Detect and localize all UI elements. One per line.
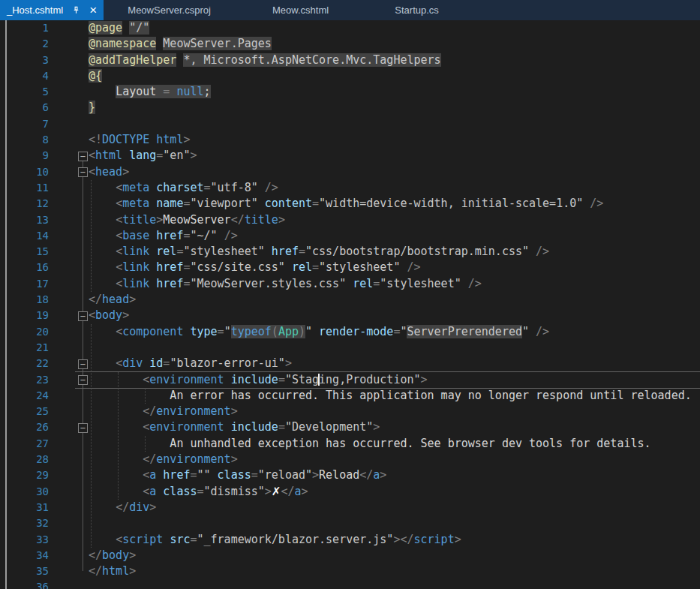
code-line[interactable]: 34</body> xyxy=(0,548,700,563)
code-line[interactable]: 4@{ xyxy=(0,68,700,84)
code-line[interactable]: 15 <link rel="stylesheet" href="css/boot… xyxy=(0,244,700,260)
line-number: 35 xyxy=(0,563,50,579)
fold-collapse-button[interactable]: − xyxy=(78,359,88,369)
line-number: 6 xyxy=(0,100,50,116)
code-line[interactable]: 25 </environment> xyxy=(0,404,700,419)
code-text: <!DOCTYPE html> xyxy=(89,132,700,148)
code-line[interactable]: 29 <a href="" class="reload">Reload</a> xyxy=(0,467,700,483)
tab-label: MeowServer.csproj xyxy=(128,5,211,16)
code-line[interactable]: 5 Layout = null; xyxy=(0,84,700,100)
line-number: 34 xyxy=(0,548,50,563)
fold-collapse-button[interactable]: − xyxy=(78,167,88,177)
code-text: <meta name="viewport" content="width=dev… xyxy=(89,196,700,212)
tab-label: Meow.cshtml xyxy=(272,5,329,16)
fold-margin xyxy=(50,276,89,292)
tab-meowserver-csproj[interactable]: MeowServer.csproj xyxy=(104,0,235,20)
fold-collapse-button[interactable]: − xyxy=(78,152,88,161)
code-line[interactable]: 31 </div> xyxy=(0,500,700,515)
code-line[interactable]: 19−<body> xyxy=(0,308,700,323)
code-text xyxy=(89,116,700,132)
code-line[interactable]: 16 <link href="css/site.css" rel="styles… xyxy=(0,260,700,275)
line-number: 1 xyxy=(0,20,50,36)
code-text: Layout = null; xyxy=(89,84,700,100)
tab-label: Startup.cs xyxy=(395,5,439,16)
code-line[interactable]: 11 <meta charset="utf-8" /> xyxy=(0,180,700,196)
line-number: 23 xyxy=(0,372,50,388)
fold-margin xyxy=(50,132,89,148)
code-line[interactable]: 17 <link href="MeowServer.styles.css" re… xyxy=(0,276,700,292)
close-icon[interactable]: × xyxy=(89,4,97,17)
line-number: 8 xyxy=(0,132,50,148)
fold-margin xyxy=(50,548,89,563)
code-line[interactable]: 22− <div id="blazor-error-ui"> xyxy=(0,356,700,371)
code-line[interactable]: 2@namespace MeowServer.Pages xyxy=(0,36,700,52)
fold-margin xyxy=(50,116,89,132)
code-line[interactable]: 8<!DOCTYPE html> xyxy=(0,132,700,148)
code-line[interactable]: 21 xyxy=(0,340,700,356)
code-line[interactable]: 7 xyxy=(0,116,700,132)
code-line[interactable]: 12 <meta name="viewport" content="width=… xyxy=(0,196,700,212)
line-number: 2 xyxy=(0,36,50,52)
code-text: </html> xyxy=(89,563,700,579)
line-number: 29 xyxy=(0,467,50,483)
code-line[interactable]: 18</head> xyxy=(0,292,700,308)
tab-bar: _Host.cshtml × MeowServer.csproj Meow.cs… xyxy=(0,0,700,20)
code-line[interactable]: 26− <environment include="Development"> xyxy=(0,419,700,435)
fold-collapse-button[interactable]: − xyxy=(78,423,88,433)
fold-margin xyxy=(50,515,89,531)
code-text: } xyxy=(89,100,700,116)
fold-margin xyxy=(50,484,89,500)
tab-startup-cs[interactable]: Startup.cs xyxy=(366,0,467,20)
fold-margin xyxy=(50,563,89,579)
pin-icon[interactable] xyxy=(71,5,81,15)
line-number: 20 xyxy=(0,324,50,340)
line-number: 4 xyxy=(0,68,50,84)
tab-label: _Host.cshtml xyxy=(7,5,63,16)
code-line[interactable]: 1@page "/" xyxy=(0,20,700,36)
code-line[interactable]: 23− <environment include="Staging,Produc… xyxy=(0,372,700,388)
code-line[interactable]: 32 xyxy=(0,515,700,531)
code-line[interactable]: 20 <component type="typeof(App)" render-… xyxy=(0,324,700,340)
line-number: 27 xyxy=(0,436,50,452)
code-text: <meta charset="utf-8" /> xyxy=(89,180,700,196)
fold-margin: − xyxy=(50,164,89,180)
code-line[interactable]: 30 <a class="dismiss">✗</a> xyxy=(0,484,700,500)
fold-margin xyxy=(50,324,89,340)
tab-host-cshtml[interactable]: _Host.cshtml × xyxy=(0,0,104,20)
code-line[interactable]: 14 <base href="~/" /> xyxy=(0,228,700,244)
code-line[interactable]: 9−<html lang="en"> xyxy=(0,148,700,164)
line-number: 14 xyxy=(0,228,50,244)
fold-margin xyxy=(50,579,89,589)
fold-margin: − xyxy=(50,372,89,388)
code-line[interactable]: 28 </environment> xyxy=(0,452,700,467)
fold-margin xyxy=(50,212,89,228)
fold-margin xyxy=(50,404,89,419)
code-line[interactable]: 6} xyxy=(0,100,700,116)
code-line[interactable]: 33 <script src="_framework/blazor.server… xyxy=(0,532,700,548)
code-line[interactable]: 13 <title>MeowServer</title> xyxy=(0,212,700,228)
code-text: <title>MeowServer</title> xyxy=(89,212,700,228)
editor[interactable]: 1@page "/"2@namespace MeowServer.Pages3@… xyxy=(0,20,700,589)
code-line[interactable]: 10−<head> xyxy=(0,164,700,180)
line-number: 22 xyxy=(0,356,50,371)
code-line[interactable]: 35</html> xyxy=(0,563,700,579)
fold-margin: − xyxy=(50,419,89,435)
fold-margin xyxy=(50,20,89,36)
code-line[interactable]: 27 An unhandled exception has occurred. … xyxy=(0,436,700,452)
fold-margin xyxy=(50,467,89,483)
line-number: 28 xyxy=(0,452,50,467)
line-number: 36 xyxy=(0,579,50,589)
code-line[interactable]: 24 An error has occurred. This applicati… xyxy=(0,388,700,404)
line-number: 31 xyxy=(0,500,50,515)
code-text: An unhandled exception has occurred. See… xyxy=(89,436,700,452)
fold-collapse-button[interactable]: − xyxy=(78,311,88,321)
code-line[interactable]: 36 xyxy=(0,579,700,589)
line-number: 10 xyxy=(0,164,50,180)
code-line[interactable]: 3@addTagHelper *, Microsoft.AspNetCore.M… xyxy=(0,53,700,68)
line-number: 21 xyxy=(0,340,50,356)
fold-collapse-button[interactable]: − xyxy=(78,375,88,385)
fold-margin xyxy=(50,452,89,467)
code-text xyxy=(89,340,700,356)
tab-meow-cshtml[interactable]: Meow.cshtml xyxy=(235,0,366,20)
fold-margin xyxy=(50,100,89,116)
